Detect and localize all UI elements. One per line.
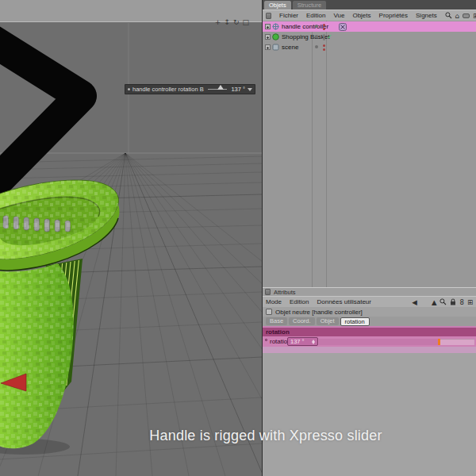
add-panel-icon[interactable]: ⊞ (467, 298, 473, 306)
hud-slider-track[interactable] (208, 89, 228, 90)
menu-edition[interactable]: Edition (290, 298, 309, 305)
menu-fichier[interactable]: Fichier (279, 12, 298, 19)
null-object-icon (272, 23, 279, 30)
caption-text: Handle is rigged with Xpresso slider (149, 428, 382, 444)
key-bullet-icon[interactable] (265, 339, 267, 341)
expander-icon[interactable] (265, 34, 271, 40)
value-spinner-icon[interactable] (312, 340, 316, 344)
rotate-icon[interactable]: ↻ (233, 17, 240, 27)
link-icon[interactable]: 8 (459, 298, 463, 306)
group-object-icon (272, 33, 279, 40)
layer-dot[interactable] (315, 25, 318, 28)
slider-fill (319, 339, 439, 345)
column-separator (312, 21, 313, 287)
object-label[interactable]: handle controller (282, 23, 328, 30)
render-visibility-dot[interactable] (323, 38, 325, 40)
object-label[interactable]: scene (282, 44, 298, 51)
generator-check-icon[interactable]: ✓ (327, 33, 332, 40)
parameter-area-padding (263, 347, 476, 353)
parent-up-icon[interactable]: ▲ (432, 298, 437, 306)
rotation-b-value: 137 ° (290, 338, 305, 345)
hud-bullet-icon (128, 88, 130, 90)
object-manager-tabbar: Objets Structure (263, 0, 476, 10)
layer-icon[interactable] (463, 13, 470, 18)
dolly-icon[interactable]: ↕ (224, 17, 230, 27)
tab-base[interactable]: Base (266, 317, 287, 325)
attribute-manager-title: Attributs (274, 289, 296, 296)
null-object-icon (266, 309, 272, 315)
panel-grip-icon[interactable] (266, 13, 271, 19)
attribute-empty-area (263, 353, 476, 476)
tab-coord[interactable]: Coord. (289, 317, 315, 325)
viewport-canvas[interactable]: handle controller rotation B 137 ° (0, 23, 262, 476)
object-manager: Objets Structure Fichier Edition Vue Obj… (263, 0, 476, 287)
pan-icon[interactable]: + (215, 17, 221, 27)
tab-objets[interactable]: Objets (264, 1, 291, 10)
history-back-icon[interactable]: ◀ (412, 298, 417, 306)
column-separator (326, 21, 327, 287)
viewport-3d: + ↕ ↻ □ (0, 0, 262, 476)
rotation-b-slider[interactable] (319, 339, 474, 345)
shopping-basket-model (0, 180, 120, 455)
c4d-window: + ↕ ↻ □ (0, 0, 476, 476)
hud-slider-thumb[interactable] (217, 85, 224, 90)
lock-icon[interactable] (450, 298, 456, 305)
object-row-shopping-basket[interactable]: Shopping Basket ✓ (263, 32, 476, 42)
render-visibility-dot[interactable] (323, 28, 325, 30)
menu-objets[interactable]: Objets (352, 12, 370, 19)
basket-handle (0, 23, 81, 202)
render-visibility-dot[interactable] (323, 48, 325, 51)
rotation-section-header[interactable]: rotation (263, 328, 476, 336)
object-list: handle controller Shop (263, 21, 476, 287)
menu-proprietes[interactable]: Propriétés (379, 12, 408, 19)
tab-objet[interactable]: Objet (317, 317, 339, 325)
maximize-icon[interactable]: □ (242, 17, 249, 27)
editor-visibility-dot[interactable] (323, 34, 325, 36)
hud-label: handle controller rotation B (132, 86, 204, 93)
search-icon[interactable] (445, 12, 452, 19)
attribute-manager-menubar: Mode Edition Données utilisateur ◀ ▲ 8 ⊞ (263, 296, 476, 307)
menu-mode[interactable]: Mode (266, 298, 282, 305)
add-panel-icon[interactable]: ⊞ (473, 12, 476, 20)
hud-slider[interactable]: handle controller rotation B 137 ° (125, 84, 255, 94)
tab-structure[interactable]: Structure (293, 1, 326, 10)
scene-object-icon (272, 44, 279, 51)
search-icon[interactable] (440, 298, 447, 305)
menu-edition[interactable]: Edition (306, 12, 325, 19)
tab-rotation[interactable]: rotation (340, 317, 370, 326)
menu-vue[interactable]: Vue (333, 12, 344, 19)
attribute-manager-titlebar: Attributs (263, 287, 476, 296)
attribute-manager: Attributs Mode Edition Données utilisate… (263, 287, 476, 476)
panel-grip-icon[interactable] (265, 289, 271, 295)
viewport-nav-icons: + ↕ ↻ □ (215, 17, 249, 27)
layer-dot[interactable] (315, 45, 318, 48)
menu-signets[interactable]: Signets (416, 12, 437, 19)
attribute-object-line: Objet neutre [handle controller] (263, 307, 476, 317)
rotation-b-value-field[interactable]: 137 ° (287, 337, 318, 346)
hud-value: 137 ° (231, 86, 245, 93)
xpresso-tag-icon[interactable] (339, 23, 347, 31)
object-row-handle-controller[interactable]: handle controller (263, 21, 476, 32)
layer-dot[interactable] (315, 35, 318, 38)
editor-visibility-dot[interactable] (323, 44, 325, 47)
attribute-tabs: Base Coord. Objet rotation (263, 317, 476, 326)
expander-icon[interactable] (265, 24, 271, 29)
right-panel-column: Objets Structure Fichier Edition Vue Obj… (262, 0, 476, 476)
object-manager-menubar: Fichier Edition Vue Objets Propriétés Si… (263, 10, 476, 21)
menu-donnees-utilisateur[interactable]: Données utilisateur (317, 298, 370, 305)
home-icon[interactable]: ⌂ (455, 12, 459, 20)
object-row-scene[interactable]: scene (263, 42, 476, 52)
hud-caret-icon[interactable] (248, 88, 252, 91)
attribute-object-label: Objet neutre [handle controller] (275, 309, 363, 316)
expander-icon[interactable] (265, 44, 271, 50)
editor-visibility-dot[interactable] (323, 24, 325, 26)
rotation-parameter-row: rotation B 137 ° (263, 336, 476, 347)
slider-handle[interactable] (438, 339, 440, 345)
